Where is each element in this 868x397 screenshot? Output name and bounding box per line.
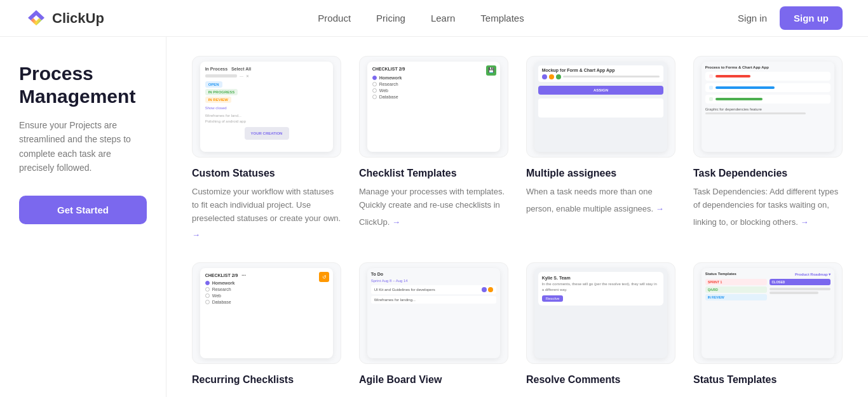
badge-open: OPEN	[205, 81, 222, 88]
checklist-save-icon: 💾	[486, 65, 496, 76]
feature-card-multiple-assignees: Mockup for Form & Chart App App ASSIGN	[526, 56, 675, 242]
badge-review: IN REVIEW	[205, 97, 231, 103]
td-row-2	[705, 95, 831, 104]
preview-agile: To Do Sprint Aug 8 – Aug 14 UI Kit and G…	[367, 268, 501, 358]
feature-preview-status-templates: Status Templates Product Roadmap ▾ SPRIN…	[693, 262, 843, 364]
nav-product[interactable]: Product	[318, 13, 351, 24]
page-wrapper: Process Management Ensure your Projects …	[0, 0, 868, 397]
preview-taskdep: Process to Forms & Chart App App	[702, 62, 835, 152]
check-empty-2	[372, 88, 377, 93]
feature-card-status-templates: Status Templates Product Roadmap ▾ SPRIN…	[693, 262, 843, 392]
preview-recurring: CHECKLIST 2/9 ⋯ ↺ Homework Research	[200, 268, 334, 358]
checklist-header: CHECKLIST 2/9 ⋯	[372, 67, 496, 72]
feature-link-custom-statuses[interactable]: →	[192, 229, 200, 242]
feature-title-recurring-checklists: Recurring Checklists	[192, 374, 341, 386]
feature-card-recurring-checklists: CHECKLIST 2/9 ⋯ ↺ Homework Research	[192, 262, 341, 392]
status-badge-blue: IN REVIEW	[705, 294, 767, 300]
feature-card-checklist-templates: CHECKLIST 2/9 ⋯ 💾 Homework Research	[359, 56, 508, 242]
nav-learn[interactable]: Learn	[431, 13, 455, 24]
feature-card-custom-statuses: In Process Select All ⋯ ✕ OPEN IN PROGRE…	[192, 56, 341, 242]
feature-preview-agile-board-view: To Do Sprint Aug 8 – Aug 14 UI Kit and G…	[359, 262, 508, 364]
feature-title-status-templates: Status Templates	[693, 374, 843, 386]
resolve-comment: Kylie S. Team In the comments, these wil…	[538, 272, 664, 306]
agile-item-1: Wireframes for landing...	[371, 296, 497, 304]
preview-status-templates: Status Templates Product Roadmap ▾ SPRIN…	[702, 268, 835, 358]
preview-multiple: Mockup for Form & Chart App App ASSIGN	[534, 62, 668, 152]
feature-desc-custom-statuses: Customize your workflow with statuses to…	[192, 185, 341, 242]
check-empty-3	[372, 95, 377, 99]
agile-avatar-0	[482, 287, 487, 292]
comment-name: Kylie S. Team	[542, 276, 660, 280]
agile-sprint: Sprint Aug 8 – Aug 14	[371, 279, 497, 283]
navbar: ClickUp Product Pricing Learn Templates …	[0, 0, 868, 37]
rec-check-3	[205, 300, 210, 304]
check-empty-1	[372, 82, 377, 86]
rec-item-0: Homework	[205, 281, 329, 285]
td-bar-blue	[715, 86, 775, 89]
agile-header: To Do	[371, 272, 497, 276]
feature-desc-checklist-templates: Manage your processes with templates. Qu…	[359, 185, 508, 229]
checklist-item-2: Web	[372, 88, 496, 93]
nav-templates[interactable]: Templates	[480, 13, 524, 24]
feature-card-agile-board-view: To Do Sprint Aug 8 – Aug 14 UI Kit and G…	[359, 262, 508, 392]
feature-link-task-dependencies[interactable]: →	[800, 216, 808, 229]
feature-preview-custom-statuses: In Process Select All ⋯ ✕ OPEN IN PROGRE…	[192, 56, 341, 158]
badge-inprogress: IN PROGRESS	[205, 89, 238, 95]
checklist-item-0: Homework	[372, 76, 496, 80]
status-badge-red: SPRINT 1	[705, 279, 767, 285]
sidebar-description: Ensure your Projects are streamlined and…	[19, 118, 147, 175]
feature-title-resolve-comments: Resolve Comments	[526, 374, 675, 386]
agile-avatar-1	[488, 287, 493, 292]
td-bar-green	[715, 98, 763, 100]
feature-preview-checklist-templates: CHECKLIST 2/9 ⋯ 💾 Homework Research	[359, 56, 508, 158]
nav-actions: Sign in Sign up	[738, 6, 843, 30]
logo-text: ClickUp	[52, 10, 104, 27]
sign-in-button[interactable]: Sign in	[738, 13, 767, 24]
clickup-logo-icon	[25, 8, 47, 29]
nav-links: Product Pricing Learn Templates	[318, 13, 524, 24]
preview-custom-status: In Process Select All ⋯ ✕ OPEN IN PROGRE…	[200, 62, 334, 152]
checklist-item-1: Research	[372, 82, 496, 86]
agile-item-0: UI Kit and Guidelines for developers	[371, 285, 497, 294]
feature-desc-multiple-assignees: When a task needs more than one person, …	[526, 185, 675, 216]
resolve-button[interactable]: Resolve	[542, 295, 564, 302]
feature-title-task-dependencies: Task Dependencies	[693, 168, 843, 179]
rec-item-1: Research	[205, 287, 329, 292]
feature-title-custom-statuses: Custom Statuses	[192, 168, 341, 179]
feature-preview-task-dependencies: Process to Forms & Chart App App	[693, 56, 843, 158]
rec-check-1	[205, 287, 210, 292]
feature-card-resolve-comments: Kylie S. Team In the comments, these wil…	[526, 262, 675, 392]
feature-title-multiple-assignees: Multiple assignees	[526, 168, 675, 179]
features-grid: In Process Select All ⋯ ✕ OPEN IN PROGRE…	[192, 56, 843, 392]
feature-preview-recurring-checklists: CHECKLIST 2/9 ⋯ ↺ Homework Research	[192, 262, 341, 364]
rec-item-3: Database	[205, 300, 329, 304]
td-row-1	[705, 83, 831, 92]
feature-title-agile-board-view: Agile Board View	[359, 374, 508, 386]
feature-link-checklist-templates[interactable]: →	[392, 216, 400, 229]
td-row-0	[705, 72, 831, 81]
rec-check-0	[205, 281, 210, 285]
rec-item-2: Web	[205, 293, 329, 298]
sidebar-title: Process Management	[19, 62, 147, 108]
feature-title-checklist-templates: Checklist Templates	[359, 168, 508, 179]
checklist-item-3: Database	[372, 95, 496, 99]
get-started-button[interactable]: Get Started	[19, 196, 147, 224]
preview-resolve: Kylie S. Team In the comments, these wil…	[534, 268, 668, 358]
logo[interactable]: ClickUp	[25, 8, 104, 29]
comment-text: In the comments, these will go (per the …	[542, 281, 660, 293]
status-badge-closed: CLOSED	[770, 279, 831, 285]
agile-avatars	[482, 287, 493, 292]
nav-pricing[interactable]: Pricing	[376, 13, 405, 24]
check-filled-0	[372, 76, 377, 80]
sidebar: Process Management Ensure your Projects …	[0, 37, 166, 397]
rec-check-2	[205, 293, 210, 298]
feature-preview-multiple-assignees: Mockup for Form & Chart App App ASSIGN	[526, 56, 675, 158]
rec-icon: ↺	[319, 272, 329, 282]
feature-link-multiple-assignees[interactable]: →	[656, 203, 664, 216]
feature-preview-resolve-comments: Kylie S. Team In the comments, these wil…	[526, 262, 675, 364]
feature-card-task-dependencies: Process to Forms & Chart App App	[693, 56, 843, 242]
status-badge-green: QA/RD	[705, 286, 767, 293]
sign-up-button[interactable]: Sign up	[780, 6, 843, 30]
preview-checklist: CHECKLIST 2/9 ⋯ 💾 Homework Research	[367, 62, 501, 152]
main-content: In Process Select All ⋯ ✕ OPEN IN PROGRE…	[166, 37, 868, 397]
